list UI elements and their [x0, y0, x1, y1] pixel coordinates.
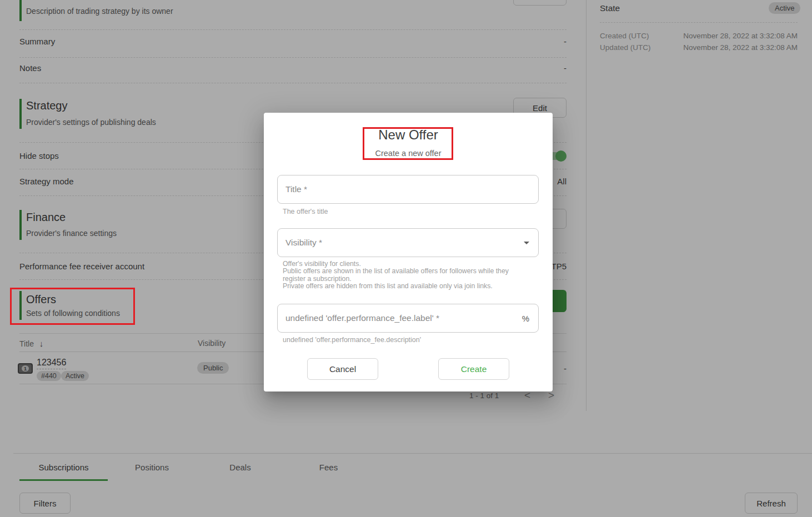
performance-fee-input[interactable]: [278, 304, 522, 332]
title-helper: The offer's title: [283, 208, 328, 215]
visibility-helper-line: Public offers are shown in the list of a…: [283, 268, 527, 275]
cancel-button[interactable]: Cancel: [307, 358, 378, 380]
title-field: [277, 175, 539, 204]
performance-fee-helper: undefined 'offer.performance_fee.descrip…: [283, 336, 421, 344]
visibility-helper-line: Private offers are hidden from this list…: [283, 283, 527, 290]
performance-fee-field: %: [277, 304, 539, 333]
create-button[interactable]: Create: [438, 358, 509, 380]
dialog-subtitle: Create a new offer: [264, 149, 553, 158]
visibility-helper-line: Offer's visibility for clients.: [283, 260, 527, 268]
visibility-select[interactable]: Visibility *: [277, 228, 539, 257]
provider-details-page: Description of trading strategy by its o…: [0, 0, 812, 517]
chevron-down-icon: [524, 242, 529, 244]
percent-suffix: %: [522, 314, 538, 323]
new-offer-dialog: New Offer Create a new offer The offer's…: [264, 113, 553, 391]
visibility-helper: Offer's visibility for clients. Public o…: [283, 260, 527, 290]
dialog-title: New Offer: [264, 127, 553, 143]
visibility-helper-line: register a subscription.: [283, 275, 527, 283]
title-input[interactable]: [278, 175, 538, 203]
visibility-select-label: Visibility *: [278, 238, 524, 248]
